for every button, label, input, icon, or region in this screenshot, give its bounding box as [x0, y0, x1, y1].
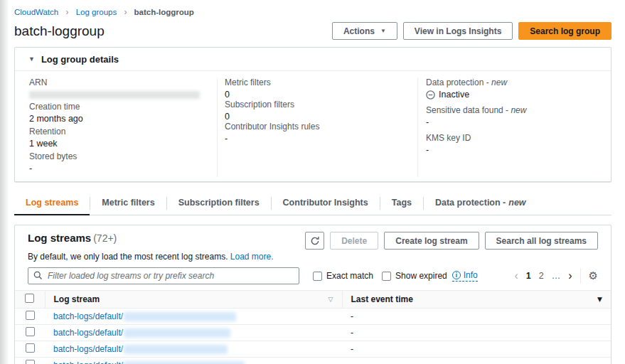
data-protection-field: Data protection - new Inactive [426, 78, 598, 100]
exact-match-option: Exact match [313, 271, 373, 281]
kms-key-id-field: KMS key ID - [426, 134, 598, 155]
show-expired-checkbox[interactable] [382, 272, 391, 281]
filter-row: Exact match Show expired i Info ‹ 1 2 … … [28, 267, 598, 284]
details-column-3: Data protection - new Inactive Sensitive… [418, 78, 611, 177]
info-icon: i [452, 271, 461, 279]
stored-bytes-label: Stored bytes [29, 152, 204, 161]
view-in-logs-insights-button[interactable]: View in Logs Insights [403, 22, 513, 40]
row-checkbox[interactable] [26, 360, 35, 364]
next-page-button[interactable]: › [568, 272, 572, 280]
arn-field: ARN [29, 78, 204, 99]
previous-page-button[interactable]: ‹ [514, 272, 518, 280]
log-streams-toolbar: Delete Create log stream Search all log … [305, 232, 598, 250]
arn-label: ARN [29, 78, 204, 87]
delete-button[interactable]: Delete [330, 232, 378, 250]
search-box [28, 267, 299, 284]
log-group-details-toggle[interactable]: ▼ Log group details [15, 48, 611, 71]
log-group-details-body: ARN Creation time 2 months ago Retention… [15, 71, 611, 181]
table-row: batch-logs/default/ - [15, 341, 611, 358]
details-column-1: ARN Creation time 2 months ago Retention… [15, 78, 218, 177]
breadcrumb-separator-icon: › [124, 7, 127, 17]
stored-bytes-field: Stored bytes - [29, 152, 204, 173]
tab-metric-filters[interactable]: Metric filters [90, 192, 166, 215]
last-event-time-column-header[interactable]: Last event time ▼ [342, 291, 611, 309]
pagination-divider [580, 268, 581, 284]
actions-button-label: Actions [343, 26, 375, 36]
search-all-log-streams-button[interactable]: Search all log streams [485, 232, 598, 250]
exact-match-label: Exact match [326, 271, 373, 281]
retention-value: 1 week [29, 139, 204, 149]
row-checkbox[interactable] [26, 311, 35, 320]
subscription-filters-label: Subscription filters [225, 100, 405, 109]
log-streams-panel-header: Log streams(72+) Delete Create log strea… [15, 225, 611, 250]
row-checkbox[interactable] [26, 343, 35, 353]
refresh-icon [310, 236, 320, 246]
last-event-time-cell: - [342, 341, 611, 358]
tab-contributor-insights[interactable]: Contributor Insights [272, 192, 380, 215]
table-row: batch-logs/default/ - [15, 325, 611, 341]
creation-time-label: Creation time [29, 102, 204, 112]
tab-tags[interactable]: Tags [380, 192, 423, 215]
sort-icon[interactable]: ▽ [328, 296, 333, 303]
log-stream-filter-input[interactable] [28, 267, 299, 284]
metric-filters-value: 0 [225, 90, 405, 100]
sensitive-data-found-label: Sensitive data found - new [426, 106, 598, 115]
log-streams-table: Log stream ▽ Last event time ▼ ba [15, 290, 611, 364]
select-all-checkbox[interactable] [25, 294, 34, 303]
tab-bar: Log streams Metric filters Subscription … [14, 192, 611, 215]
exact-match-checkbox[interactable] [313, 272, 322, 281]
show-expired-label: Show expired [395, 271, 447, 281]
arn-redacted-value [29, 91, 200, 99]
log-group-details-card: ▼ Log group details ARN Creation time 2 … [14, 47, 611, 182]
table-row: batch-logs/default/ - [15, 309, 611, 325]
search-log-group-button[interactable]: Search log group [518, 22, 611, 40]
breadcrumb-cloudwatch-link[interactable]: CloudWatch [14, 8, 58, 16]
actions-button[interactable]: Actions ▼ [332, 22, 397, 40]
contributor-insights-rules-value: - [225, 134, 405, 144]
data-protection-label: Data protection - new [426, 78, 598, 87]
create-log-stream-button[interactable]: Create log stream [384, 232, 479, 250]
retention-label: Retention [29, 127, 204, 136]
load-more-link[interactable]: Load more. [230, 252, 274, 262]
page-1-button[interactable]: 1 [526, 271, 531, 281]
log-group-details-title: Log group details [41, 54, 119, 65]
kms-key-id-value: - [426, 145, 598, 155]
refresh-button[interactable] [305, 232, 324, 250]
left-edge-shadow [0, 0, 9, 364]
breadcrumb-current: batch-loggroup [134, 8, 194, 16]
redacted-stream-name [124, 345, 228, 354]
log-stream-link[interactable]: batch-logs/default/ [53, 360, 123, 364]
log-stream-column-header[interactable]: Log stream ▽ [45, 291, 342, 309]
page-title: batch-loggroup [14, 23, 105, 40]
info-link[interactable]: i Info [452, 270, 478, 282]
log-streams-description: By default, we only load the most recent… [15, 252, 611, 262]
breadcrumb-log-groups-link[interactable]: Log groups [76, 8, 117, 16]
gear-icon[interactable]: ⚙ [589, 269, 598, 282]
chevron-down-icon: ▼ [380, 28, 386, 34]
row-checkbox[interactable] [26, 327, 35, 336]
last-event-time-cell: - [342, 309, 611, 325]
contributor-insights-rules-label: Contributor Insights rules [225, 122, 405, 132]
page-2-button[interactable]: 2 [539, 271, 544, 281]
log-streams-panel: Log streams(72+) Delete Create log strea… [14, 225, 611, 364]
table-row: batch-logs/default/ - [15, 358, 611, 364]
log-stream-link[interactable]: batch-logs/default/ [53, 344, 123, 354]
log-stream-link[interactable]: batch-logs/default/ [53, 311, 123, 321]
table-header-row: Log stream ▽ Last event time ▼ [15, 291, 611, 309]
breadcrumb: CloudWatch › Log groups › batch-loggroup [14, 0, 611, 17]
header-actions: Actions ▼ View in Logs Insights Search l… [332, 22, 611, 40]
log-stream-link[interactable]: batch-logs/default/ [53, 328, 123, 338]
tab-data-protection[interactable]: Data protection -new [424, 192, 538, 215]
contributor-insights-rules-field: Contributor Insights rules - [225, 122, 405, 144]
tab-subscription-filters[interactable]: Subscription filters [167, 192, 271, 215]
subscription-filters-field: Subscription filters 0 [225, 100, 405, 122]
retention-field: Retention 1 week [29, 127, 204, 149]
details-column-2: Metric filters 0 Subscription filters 0 … [218, 78, 418, 177]
tab-log-streams[interactable]: Log streams [14, 192, 90, 215]
data-protection-status: Inactive [426, 90, 598, 100]
sort-descending-icon[interactable]: ▼ [597, 296, 602, 303]
last-event-time-cell: - [342, 325, 611, 341]
page-header: batch-loggroup Actions ▼ View in Logs In… [14, 22, 611, 40]
sensitive-data-found-value: - [426, 117, 598, 127]
redacted-stream-name [124, 328, 230, 338]
